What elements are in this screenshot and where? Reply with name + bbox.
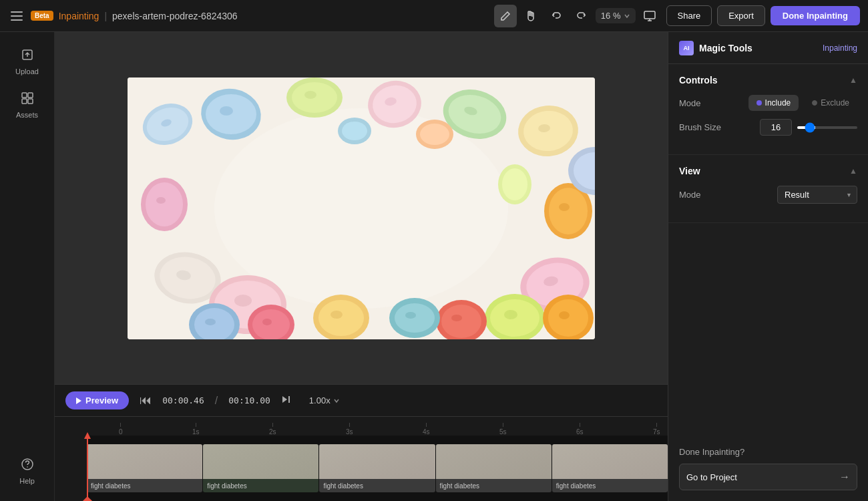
share-button[interactable]: Share bbox=[666, 5, 712, 26]
sidebar-item-upload[interactable]: Upload bbox=[6, 43, 49, 81]
done-inpainting-button[interactable]: Done Inpainting bbox=[771, 6, 860, 25]
svg-rect-4 bbox=[22, 99, 27, 104]
segment-label-3: fight diabetes bbox=[440, 482, 480, 490]
exclude-dot bbox=[812, 100, 817, 106]
timeline-area: Preview ⏮ 00:00.46 / 00:10.00 1.00x bbox=[55, 384, 668, 501]
ruler-tick-5s: 5s bbox=[499, 423, 507, 436]
svg-point-42 bbox=[262, 319, 272, 325]
done-inpainting-label: Done Inpainting? bbox=[679, 447, 857, 457]
svg-point-47 bbox=[549, 188, 588, 234]
ruler-tick-4s: 4s bbox=[423, 423, 430, 436]
timeline-ruler: 0 1s 2s 3s 4s 5s bbox=[55, 417, 668, 436]
magic-tools-title: Magic Tools bbox=[699, 43, 752, 53]
topbar-tools: 16 % bbox=[494, 5, 661, 27]
controls-section-header: Controls ▲ bbox=[679, 75, 857, 86]
segment-label-0: fight diabetes bbox=[91, 482, 131, 490]
canvas-image[interactable] bbox=[128, 77, 595, 339]
segment-label-1: fight diabetes bbox=[207, 482, 247, 490]
speed-control[interactable]: 1.00x bbox=[309, 395, 340, 405]
sidebar-item-assets[interactable]: Assets bbox=[6, 86, 49, 124]
svg-point-14 bbox=[206, 94, 256, 134]
total-time: 00:10.00 bbox=[228, 395, 270, 405]
skip-back-button[interactable]: ⏮ bbox=[137, 391, 154, 410]
view-title: View bbox=[679, 166, 700, 176]
topbar-right: Share Export Done Inpainting bbox=[666, 5, 861, 26]
panel-mode-label: Inpainting bbox=[823, 43, 857, 53]
assets-icon bbox=[21, 92, 34, 108]
redo-btn[interactable] bbox=[570, 5, 593, 27]
view-mode-select[interactable]: Result Original Mask bbox=[777, 186, 857, 204]
svg-rect-3 bbox=[28, 93, 33, 98]
include-dot bbox=[756, 100, 762, 106]
svg-point-39 bbox=[331, 311, 343, 319]
brush-size-control bbox=[760, 119, 857, 136]
topbar: Beta Inpainting | pexels-artem-podrez-68… bbox=[0, 0, 868, 32]
zoom-control[interactable]: 16 % bbox=[596, 8, 636, 23]
sidebar-item-help[interactable]: Help bbox=[6, 452, 49, 490]
svg-point-54 bbox=[504, 310, 517, 319]
go-to-project-button[interactable]: Go to Project → bbox=[679, 464, 857, 490]
view-mode-label: Mode bbox=[679, 190, 701, 200]
controls-collapse-icon[interactable]: ▲ bbox=[849, 75, 857, 85]
track-segment-1[interactable]: fight diabetes bbox=[203, 444, 318, 492]
help-label: Help bbox=[19, 477, 35, 485]
canvas-container[interactable] bbox=[55, 32, 668, 384]
svg-rect-5 bbox=[28, 99, 33, 104]
preview-button[interactable]: Preview bbox=[65, 391, 129, 409]
view-mode-control-row: Mode Result Original Mask bbox=[679, 186, 857, 204]
brush-size-control-row: Brush Size bbox=[679, 119, 857, 136]
svg-point-71 bbox=[502, 168, 527, 200]
assets-label: Assets bbox=[16, 111, 38, 119]
skip-forward-button[interactable] bbox=[278, 391, 293, 410]
ruler-tick-7s: 7s bbox=[653, 423, 660, 436]
project-title: Inpainting bbox=[59, 11, 99, 21]
svg-point-67 bbox=[342, 122, 367, 140]
segment-label-2: fight diabetes bbox=[323, 482, 363, 490]
view-collapse-icon[interactable]: ▲ bbox=[849, 166, 857, 176]
beta-badge: Beta bbox=[31, 11, 53, 21]
ruler-tick-1s: 1s bbox=[192, 423, 200, 436]
file-name: pexels-artem-podrez-6824306 bbox=[112, 11, 238, 21]
track-segment-0[interactable]: fight diabetes bbox=[87, 444, 202, 492]
preview-label: Preview bbox=[85, 395, 118, 405]
panel-spacer bbox=[668, 223, 868, 436]
svg-point-63 bbox=[405, 312, 416, 319]
track-segment-2[interactable]: fight diabetes bbox=[319, 444, 435, 492]
brush-size-slider[interactable] bbox=[797, 126, 857, 129]
svg-point-57 bbox=[451, 315, 462, 321]
ruler-tick-6s: 6s bbox=[576, 423, 584, 436]
svg-rect-72 bbox=[288, 396, 290, 403]
track-segment-3[interactable]: fight diabetes bbox=[436, 444, 552, 492]
speed-label: 1.00x bbox=[309, 395, 331, 405]
ruler-container: 0 1s 2s 3s 4s 5s bbox=[119, 417, 668, 436]
track-content[interactable]: fight diabetes fight diabetes fight diab… bbox=[87, 444, 668, 492]
ruler-tick-2s: 2s bbox=[269, 423, 276, 436]
svg-point-29 bbox=[146, 182, 183, 226]
exclude-mode-btn[interactable]: Exclude bbox=[804, 95, 857, 111]
pencil-tool-btn[interactable] bbox=[494, 5, 517, 27]
exclude-label: Exclude bbox=[821, 98, 849, 108]
svg-rect-2 bbox=[22, 93, 27, 98]
view-section: View ▲ Mode Result Original Mask bbox=[668, 155, 868, 223]
svg-point-48 bbox=[559, 203, 570, 211]
export-button[interactable]: Export bbox=[717, 5, 765, 26]
svg-point-18 bbox=[304, 91, 316, 99]
mode-field-label: Mode bbox=[679, 98, 701, 108]
mode-control-row: Mode Include Exclude bbox=[679, 95, 857, 111]
track-segment-4[interactable]: fight diabetes bbox=[552, 444, 668, 492]
pan-tool-btn[interactable] bbox=[519, 5, 542, 27]
mode-buttons: Include Exclude bbox=[748, 95, 857, 111]
controls-title: Controls bbox=[679, 75, 718, 86]
svg-point-7 bbox=[27, 466, 28, 468]
menu-icon[interactable] bbox=[8, 9, 25, 23]
brush-size-input[interactable] bbox=[760, 119, 792, 136]
right-panel: AI Magic Tools Inpainting Controls ▲ Mod… bbox=[668, 32, 868, 501]
monitor-btn[interactable] bbox=[638, 5, 661, 27]
ruler-tick-3s: 3s bbox=[346, 423, 353, 436]
panel-tool-title: AI Magic Tools bbox=[679, 41, 752, 55]
main-area: Upload Assets Help bbox=[0, 32, 868, 501]
upload-label: Upload bbox=[15, 67, 39, 75]
controls-section: Controls ▲ Mode Include Exclude Brus bbox=[668, 64, 868, 155]
undo-btn[interactable] bbox=[545, 5, 568, 27]
include-mode-btn[interactable]: Include bbox=[748, 95, 799, 111]
